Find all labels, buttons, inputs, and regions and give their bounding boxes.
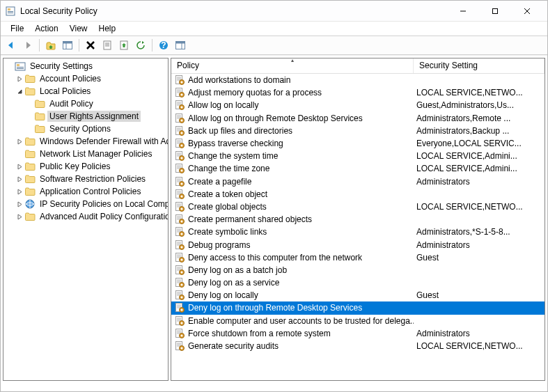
forward-button[interactable] (20, 38, 36, 53)
minimize-button[interactable] (447, 1, 479, 21)
back-button[interactable] (3, 38, 19, 53)
policy-row[interactable]: Deny log on as a batch job (171, 264, 545, 276)
tree-item[interactable]: Public Key Policies (3, 160, 168, 173)
policy-icon (174, 75, 185, 86)
policy-row[interactable]: Adjust memory quotas for a processLOCAL … (171, 86, 545, 99)
menubar: File Action View Help (1, 22, 547, 36)
svg-point-88 (181, 195, 183, 197)
policy-row[interactable]: Change the time zoneLOCAL SERVICE,Admini… (171, 162, 545, 175)
policy-icon (174, 265, 185, 276)
expand-collapse-icon[interactable] (15, 86, 24, 96)
policy-row[interactable]: Generate security auditsLOCAL SERVICE,NE… (171, 340, 545, 352)
column-header-setting[interactable]: Security Setting (414, 58, 545, 73)
export-list-button[interactable] (116, 38, 132, 53)
policy-row[interactable]: Add workstations to domain (171, 74, 545, 86)
policy-row[interactable]: Create a token object (171, 188, 545, 201)
policy-row[interactable]: Deny log on through Remote Desktop Servi… (171, 301, 545, 314)
policy-icon (174, 302, 185, 313)
expand-collapse-icon[interactable] (15, 199, 24, 209)
policy-row[interactable]: Create permanent shared objects (171, 213, 545, 226)
tree-pane[interactable]: Security SettingsAccount PoliciesLocal P… (3, 58, 169, 381)
policy-icon (174, 125, 185, 136)
show-hide-tree-button[interactable] (60, 38, 75, 53)
delete-button[interactable] (83, 38, 98, 53)
policy-icon (174, 290, 185, 301)
policy-row[interactable]: Debug programsAdministrators (171, 238, 545, 251)
policy-icon (174, 240, 185, 251)
policy-setting: Guest (414, 290, 545, 300)
policy-row[interactable]: Create a pagefileAdministrators (171, 175, 545, 188)
policy-icon (174, 176, 185, 187)
svg-rect-3 (8, 13, 13, 13)
policy-row[interactable]: Allow log on locallyGuest,Administrators… (171, 99, 545, 111)
expand-collapse-icon[interactable] (15, 174, 24, 184)
svg-point-130 (181, 284, 183, 286)
tree-item[interactable]: Security Options (3, 123, 168, 135)
help-button[interactable]: ? (156, 38, 171, 53)
window-controls (447, 1, 543, 21)
policy-row[interactable]: Deny log on locallyGuest (171, 289, 545, 301)
action-pane-button[interactable] (173, 38, 188, 53)
expand-collapse-icon[interactable] (15, 74, 24, 84)
menu-file[interactable]: File (5, 22, 29, 35)
folder-icon (24, 86, 36, 97)
up-button[interactable] (43, 38, 58, 53)
titlebar: Local Security Policy (1, 1, 547, 22)
policy-row[interactable]: Deny access to this computer from the ne… (171, 251, 545, 264)
policy-setting: LOCAL SERVICE,Admini... (414, 164, 545, 173)
tree-item[interactable]: Windows Defender Firewall with Adva (3, 135, 168, 148)
policy-setting: LOCAL SERVICE,NETWO... (414, 88, 545, 97)
refresh-button[interactable] (133, 38, 148, 53)
policy-row[interactable]: Deny log on as a service (171, 276, 545, 289)
tree-item-label: Security Options (47, 123, 113, 134)
tree-item[interactable]: Software Restriction Policies (3, 173, 168, 185)
tree-item[interactable]: Account Policies (3, 72, 168, 85)
tree-item[interactable]: Network List Manager Policies (3, 148, 168, 160)
svg-point-82 (181, 182, 183, 185)
expand-collapse-icon[interactable] (15, 187, 24, 196)
policy-row[interactable]: Change the system timeLOCAL SERVICE,Admi… (171, 150, 545, 162)
tree-item[interactable]: Local Policies (3, 85, 168, 97)
policy-row[interactable]: Create global objectsLOCAL SERVICE,NETWO… (171, 201, 545, 213)
list-body[interactable]: Add workstations to domainAdjust memory … (171, 74, 545, 380)
policy-row[interactable]: Allow log on through Remote Desktop Serv… (171, 112, 545, 125)
policy-row[interactable]: Create symbolic linksAdministrators,*S-1… (171, 226, 545, 238)
policy-name: Change the time zone (188, 164, 269, 173)
policy-row[interactable]: Bypass traverse checkingEveryone,LOCAL S… (171, 137, 545, 150)
column-header-policy[interactable]: Policy (171, 58, 414, 73)
policy-row[interactable]: Back up files and directoriesAdministrat… (171, 125, 545, 137)
folder-icon (24, 136, 36, 147)
policy-name: Create global objects (188, 202, 267, 212)
svg-rect-23 (15, 63, 25, 70)
tree-spacer (24, 111, 34, 121)
tree-item[interactable]: Audit Policy (3, 97, 168, 110)
tree-spacer (24, 124, 34, 134)
menu-help[interactable]: Help (93, 22, 122, 35)
tree-item[interactable]: Security Settings (3, 60, 168, 72)
policy-row[interactable]: Force shutdown from a remote systemAdmin… (171, 327, 545, 340)
svg-point-148 (181, 322, 183, 324)
menu-action[interactable]: Action (29, 22, 63, 35)
properties-button[interactable] (100, 38, 115, 53)
tree-item[interactable]: IP Security Policies on Local Compute (3, 198, 168, 210)
tree-item-label: IP Security Policies on Local Compute (38, 198, 169, 210)
status-strip (1, 383, 547, 391)
policy-name: Back up files and directories (188, 126, 292, 136)
maximize-button[interactable] (479, 1, 511, 21)
policy-setting: Administrators (414, 329, 545, 338)
policy-icon (174, 226, 185, 237)
tree-item-label: Audit Policy (47, 98, 95, 109)
policy-icon (174, 328, 185, 339)
expand-collapse-icon[interactable] (15, 136, 24, 146)
app-icon (5, 6, 16, 17)
close-button[interactable] (511, 1, 543, 21)
policy-name: Deny log on as a batch job (188, 265, 287, 275)
expand-collapse-icon[interactable] (15, 212, 24, 221)
window-title: Local Security Policy (20, 6, 447, 16)
policy-row[interactable]: Enable computer and user accounts to be … (171, 315, 545, 327)
tree-item[interactable]: Application Control Policies (3, 185, 168, 198)
tree-item[interactable]: Advanced Audit Policy Configuration (3, 210, 168, 223)
expand-collapse-icon[interactable] (15, 162, 24, 171)
menu-view[interactable]: View (64, 22, 93, 35)
tree-item[interactable]: User Rights Assignment (3, 110, 168, 123)
